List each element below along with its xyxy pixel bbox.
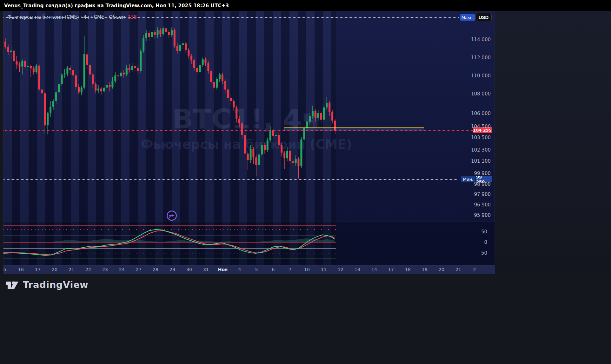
- price-axis-label: 102 300: [471, 147, 491, 153]
- time-axis-label: 7: [289, 267, 292, 272]
- time-axis-label: 16: [18, 267, 24, 272]
- tradingview-wordmark: TradingView: [23, 279, 88, 290]
- currency-button[interactable]: USD: [475, 13, 492, 22]
- price-axis-label: 97 900: [474, 192, 491, 197]
- time-axis-label: 12: [338, 267, 343, 272]
- outer-margin: [495, 11, 611, 273]
- indicator-axis-label: −50: [477, 250, 487, 256]
- attribution-text: Venus_Trading создал(а) график на Tradin…: [4, 3, 229, 9]
- volume-label: Объём: [109, 14, 125, 20]
- time-axis-label: 13: [355, 267, 360, 272]
- time-axis-label: 14: [371, 267, 377, 272]
- price-axis-label: 114 000: [471, 37, 491, 42]
- time-axis-label: 4: [238, 267, 241, 272]
- time-axis-label: 29: [169, 267, 175, 272]
- time-axis-label: 11: [321, 267, 327, 272]
- max-badge: Макс.: [460, 14, 475, 21]
- tradingview-snapshot: Venus_Trading создал(а) график на Tradin…: [0, 0, 611, 364]
- time-axis-label: 23: [102, 267, 108, 272]
- price-axis-label: 96 900: [474, 202, 491, 208]
- price-axis-label: 98 900: [474, 181, 491, 187]
- time-axis-label: 20: [439, 267, 444, 272]
- min-price-line: [3, 179, 459, 180]
- tradingview-glyph: [5, 279, 19, 290]
- price-axis-label: 110 000: [471, 73, 491, 79]
- price-axis-label: 99 900: [474, 171, 491, 176]
- price-axis-label: 104 500: [471, 124, 491, 129]
- attribution-bar: Venus_Trading создал(а) график на Tradin…: [0, 0, 611, 11]
- indicator-axis-label: 0: [484, 239, 487, 245]
- time-axis-label: 22: [85, 267, 91, 272]
- time-axis-label: Ноя: [218, 267, 228, 272]
- chart-widget[interactable]: BTC1!, 4ч Фьючерсы на биткоин (CME) Фьюч…: [3, 11, 495, 273]
- time-axis-label: 21: [455, 267, 461, 272]
- time-axis-label: 6: [272, 267, 275, 272]
- price-axis-label: 101 100: [471, 158, 491, 164]
- time-axis-label: 20: [52, 267, 57, 272]
- time-axis-label: 24: [119, 267, 125, 272]
- pane-separator[interactable]: [3, 222, 495, 222]
- min-badge-label: Мин.: [461, 176, 475, 182]
- last-price-line: [3, 130, 473, 131]
- price-axis-label: 103 500: [471, 135, 491, 140]
- time-axis-label: 5: [255, 267, 258, 272]
- time-axis-label: 5: [3, 267, 6, 272]
- time-axis-label: 18: [405, 267, 411, 272]
- time-axis-label: 31: [203, 267, 209, 272]
- time-axis-label: 10: [304, 267, 310, 272]
- time-axis-label: 30: [186, 267, 192, 272]
- time-axis-label: 17: [35, 267, 41, 272]
- time-scale[interactable]: 5161720212223242728293031Ноя456710111213…: [3, 265, 495, 274]
- price-axis-label: 95 900: [474, 212, 491, 218]
- symbol-title[interactable]: Фьючерсы на биткоин (CME) · 4ч · CME: [7, 14, 104, 20]
- time-axis-label: 21: [69, 267, 74, 272]
- chart-legend[interactable]: Фьючерсы на биткоин (CME) · 4ч · CME Объ…: [7, 14, 137, 20]
- tradingview-logo[interactable]: TradingView: [5, 278, 88, 292]
- time-axis-label: 27: [136, 267, 142, 272]
- price-axis-label: 112 000: [471, 55, 491, 61]
- time-axis-label: 2: [473, 267, 476, 272]
- volume-value: 138: [128, 14, 137, 20]
- time-axis-label: 17: [388, 267, 394, 272]
- indicator-axis-label: 50: [481, 229, 487, 235]
- price-axis-label: 106 000: [471, 111, 491, 116]
- time-axis-label: 28: [153, 267, 158, 272]
- indicator-panel: [3, 222, 495, 265]
- drawing-rectangle[interactable]: [284, 127, 424, 131]
- price-axis-label: 108 000: [471, 91, 491, 97]
- arrow-marker-icon[interactable]: [166, 210, 177, 221]
- time-axis-label: 19: [422, 267, 428, 272]
